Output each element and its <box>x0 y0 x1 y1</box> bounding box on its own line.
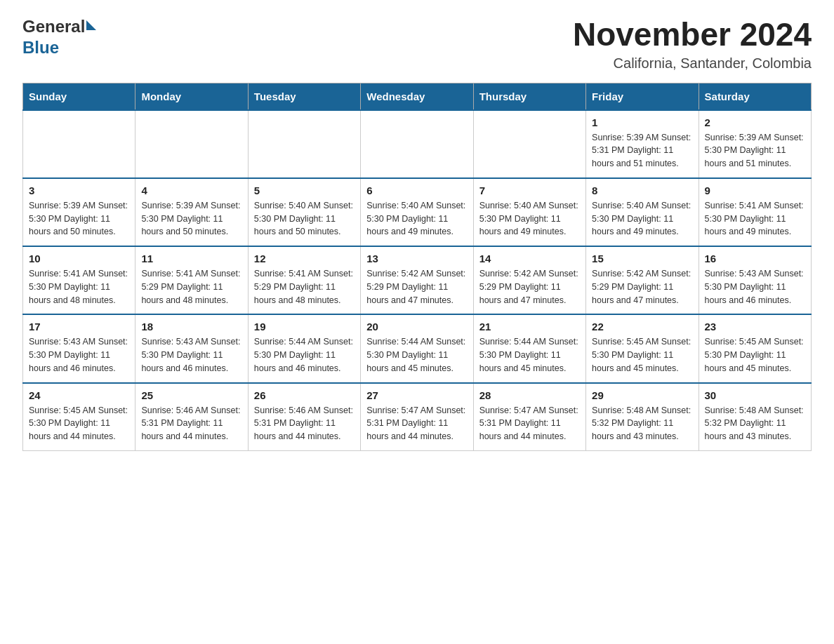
calendar-week-row: 17Sunrise: 5:43 AM Sunset: 5:30 PM Dayli… <box>23 314 812 382</box>
day-number: 24 <box>29 389 129 401</box>
calendar-cell: 18Sunrise: 5:43 AM Sunset: 5:30 PM Dayli… <box>135 314 248 382</box>
day-info: Sunrise: 5:43 AM Sunset: 5:30 PM Dayligh… <box>705 267 805 307</box>
day-info: Sunrise: 5:44 AM Sunset: 5:30 PM Dayligh… <box>479 335 580 375</box>
day-number: 26 <box>254 389 355 401</box>
day-info: Sunrise: 5:42 AM Sunset: 5:29 PM Dayligh… <box>479 267 580 307</box>
calendar-cell <box>248 110 360 178</box>
day-number: 16 <box>705 253 805 264</box>
day-info: Sunrise: 5:46 AM Sunset: 5:31 PM Dayligh… <box>141 404 241 443</box>
calendar-header-saturday: Saturday <box>699 83 811 110</box>
calendar-cell <box>473 110 585 178</box>
day-number: 18 <box>141 321 241 333</box>
page-header: General Blue November 2024 California, S… <box>22 17 812 72</box>
calendar-week-row: 10Sunrise: 5:41 AM Sunset: 5:30 PM Dayli… <box>23 246 812 314</box>
calendar-cell: 9Sunrise: 5:41 AM Sunset: 5:30 PM Daylig… <box>699 178 811 246</box>
day-info: Sunrise: 5:48 AM Sunset: 5:32 PM Dayligh… <box>705 404 805 443</box>
day-info: Sunrise: 5:40 AM Sunset: 5:30 PM Dayligh… <box>479 199 580 239</box>
day-number: 12 <box>254 253 355 264</box>
calendar-cell: 1Sunrise: 5:39 AM Sunset: 5:31 PM Daylig… <box>586 110 699 178</box>
calendar-header-tuesday: Tuesday <box>248 83 360 110</box>
calendar-cell: 28Sunrise: 5:47 AM Sunset: 5:31 PM Dayli… <box>473 383 585 451</box>
calendar-cell: 16Sunrise: 5:43 AM Sunset: 5:30 PM Dayli… <box>699 246 811 314</box>
day-number: 11 <box>141 253 241 264</box>
title-area: November 2024 California, Santander, Col… <box>573 17 812 72</box>
calendar-cell: 2Sunrise: 5:39 AM Sunset: 5:30 PM Daylig… <box>699 110 811 178</box>
day-info: Sunrise: 5:41 AM Sunset: 5:29 PM Dayligh… <box>254 267 355 307</box>
day-number: 29 <box>592 389 692 401</box>
day-number: 22 <box>592 321 692 333</box>
day-info: Sunrise: 5:42 AM Sunset: 5:29 PM Dayligh… <box>592 267 692 307</box>
logo-blue-text: Blue <box>22 38 59 58</box>
calendar-cell: 27Sunrise: 5:47 AM Sunset: 5:31 PM Dayli… <box>361 383 473 451</box>
day-number: 28 <box>479 389 580 401</box>
calendar-cell: 24Sunrise: 5:45 AM Sunset: 5:30 PM Dayli… <box>23 383 135 451</box>
day-number: 21 <box>479 321 580 333</box>
calendar-cell: 10Sunrise: 5:41 AM Sunset: 5:30 PM Dayli… <box>23 246 135 314</box>
day-number: 13 <box>366 253 467 264</box>
logo-general-text: General <box>22 17 85 36</box>
calendar-week-row: 1Sunrise: 5:39 AM Sunset: 5:31 PM Daylig… <box>23 110 812 178</box>
calendar-cell: 12Sunrise: 5:41 AM Sunset: 5:29 PM Dayli… <box>248 246 360 314</box>
calendar-week-row: 3Sunrise: 5:39 AM Sunset: 5:30 PM Daylig… <box>23 178 812 246</box>
day-number: 19 <box>254 321 355 333</box>
day-number: 30 <box>705 389 805 401</box>
calendar-header-thursday: Thursday <box>473 83 585 110</box>
calendar-cell: 20Sunrise: 5:44 AM Sunset: 5:30 PM Dayli… <box>361 314 473 382</box>
calendar-cell: 8Sunrise: 5:40 AM Sunset: 5:30 PM Daylig… <box>586 178 699 246</box>
calendar-table: SundayMondayTuesdayWednesdayThursdayFrid… <box>22 83 812 451</box>
day-number: 25 <box>141 389 241 401</box>
day-info: Sunrise: 5:41 AM Sunset: 5:30 PM Dayligh… <box>705 199 805 239</box>
day-number: 17 <box>29 321 129 333</box>
calendar-cell <box>361 110 473 178</box>
day-info: Sunrise: 5:39 AM Sunset: 5:30 PM Dayligh… <box>705 131 805 170</box>
logo: General Blue <box>22 17 96 58</box>
day-info: Sunrise: 5:41 AM Sunset: 5:29 PM Dayligh… <box>141 267 241 307</box>
day-number: 5 <box>254 185 355 196</box>
day-info: Sunrise: 5:41 AM Sunset: 5:30 PM Dayligh… <box>29 267 129 307</box>
calendar-header-friday: Friday <box>586 83 699 110</box>
day-number: 23 <box>705 321 805 333</box>
day-info: Sunrise: 5:40 AM Sunset: 5:30 PM Dayligh… <box>592 199 692 239</box>
day-number: 2 <box>705 116 805 128</box>
day-info: Sunrise: 5:43 AM Sunset: 5:30 PM Dayligh… <box>141 335 241 375</box>
calendar-cell: 13Sunrise: 5:42 AM Sunset: 5:29 PM Dayli… <box>361 246 473 314</box>
day-number: 4 <box>141 185 241 196</box>
calendar-cell: 11Sunrise: 5:41 AM Sunset: 5:29 PM Dayli… <box>135 246 248 314</box>
calendar-header-wednesday: Wednesday <box>361 83 473 110</box>
day-info: Sunrise: 5:39 AM Sunset: 5:30 PM Dayligh… <box>141 199 241 239</box>
month-title: November 2024 <box>573 17 812 53</box>
day-info: Sunrise: 5:40 AM Sunset: 5:30 PM Dayligh… <box>254 199 355 239</box>
day-info: Sunrise: 5:40 AM Sunset: 5:30 PM Dayligh… <box>366 199 467 239</box>
calendar-cell: 26Sunrise: 5:46 AM Sunset: 5:31 PM Dayli… <box>248 383 360 451</box>
day-info: Sunrise: 5:39 AM Sunset: 5:31 PM Dayligh… <box>592 131 692 170</box>
day-info: Sunrise: 5:45 AM Sunset: 5:30 PM Dayligh… <box>592 335 692 375</box>
day-number: 10 <box>29 253 129 264</box>
day-number: 9 <box>705 185 805 196</box>
calendar-header-sunday: Sunday <box>23 83 135 110</box>
calendar-cell <box>135 110 248 178</box>
calendar-cell: 4Sunrise: 5:39 AM Sunset: 5:30 PM Daylig… <box>135 178 248 246</box>
day-number: 1 <box>592 116 692 128</box>
calendar-cell: 19Sunrise: 5:44 AM Sunset: 5:30 PM Dayli… <box>248 314 360 382</box>
day-number: 7 <box>479 185 580 196</box>
day-number: 3 <box>29 185 129 196</box>
day-number: 27 <box>366 389 467 401</box>
calendar-header-monday: Monday <box>135 83 248 110</box>
calendar-cell: 7Sunrise: 5:40 AM Sunset: 5:30 PM Daylig… <box>473 178 585 246</box>
day-info: Sunrise: 5:43 AM Sunset: 5:30 PM Dayligh… <box>29 335 129 375</box>
day-info: Sunrise: 5:45 AM Sunset: 5:30 PM Dayligh… <box>705 335 805 375</box>
calendar-cell: 14Sunrise: 5:42 AM Sunset: 5:29 PM Dayli… <box>473 246 585 314</box>
calendar-cell: 22Sunrise: 5:45 AM Sunset: 5:30 PM Dayli… <box>586 314 699 382</box>
day-info: Sunrise: 5:42 AM Sunset: 5:29 PM Dayligh… <box>366 267 467 307</box>
day-info: Sunrise: 5:47 AM Sunset: 5:31 PM Dayligh… <box>366 404 467 443</box>
day-info: Sunrise: 5:48 AM Sunset: 5:32 PM Dayligh… <box>592 404 692 443</box>
calendar-cell: 29Sunrise: 5:48 AM Sunset: 5:32 PM Dayli… <box>586 383 699 451</box>
calendar-week-row: 24Sunrise: 5:45 AM Sunset: 5:30 PM Dayli… <box>23 383 812 451</box>
calendar-cell: 15Sunrise: 5:42 AM Sunset: 5:29 PM Dayli… <box>586 246 699 314</box>
day-number: 6 <box>366 185 467 196</box>
day-info: Sunrise: 5:46 AM Sunset: 5:31 PM Dayligh… <box>254 404 355 443</box>
calendar-cell: 6Sunrise: 5:40 AM Sunset: 5:30 PM Daylig… <box>361 178 473 246</box>
day-number: 14 <box>479 253 580 264</box>
calendar-cell: 3Sunrise: 5:39 AM Sunset: 5:30 PM Daylig… <box>23 178 135 246</box>
day-info: Sunrise: 5:39 AM Sunset: 5:30 PM Dayligh… <box>29 199 129 239</box>
